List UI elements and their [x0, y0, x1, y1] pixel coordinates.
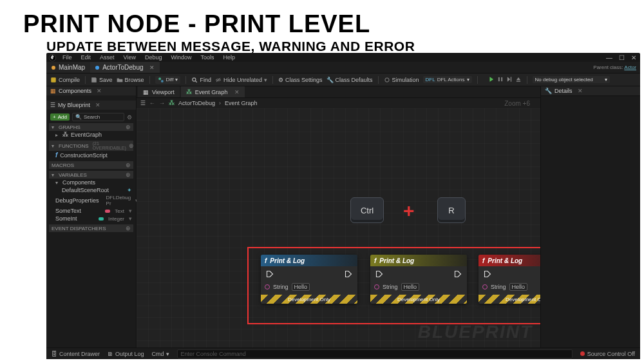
pause-button[interactable]	[497, 76, 504, 84]
cmd-prefix[interactable]: Cmd ▾	[152, 351, 169, 357]
exec-out-pin[interactable]	[345, 270, 352, 279]
menu-window[interactable]: Window	[168, 54, 194, 61]
save-button[interactable]: Save	[91, 77, 113, 83]
menu-help[interactable]: Help	[220, 54, 238, 61]
string-pin[interactable]	[265, 284, 270, 289]
nav-fwd-icon[interactable]: →	[159, 100, 165, 106]
compile-button[interactable]: Compile	[50, 77, 80, 83]
menu-debug[interactable]: Debug	[142, 54, 165, 61]
browse-button[interactable]: Browse	[117, 77, 144, 83]
add-button[interactable]: + Add	[50, 113, 70, 121]
output-log-button[interactable]: 🗎Output Log	[108, 351, 144, 357]
step-button[interactable]	[506, 76, 513, 84]
simulation-button[interactable]: Simulation	[384, 77, 419, 83]
var-group-components[interactable]: Components	[49, 179, 133, 186]
pin-value[interactable]: Hello	[292, 283, 310, 291]
var-debug-properties[interactable]: DebugPropertiesDFLDebug Pr▾	[49, 194, 133, 207]
content-drawer-button[interactable]: 🗄Content Drawer	[52, 351, 100, 357]
parent-class: Parent class: Actor	[593, 64, 640, 70]
details-panel-tab[interactable]: 🔧 Details ✕	[541, 86, 640, 96]
chevron-down-icon: ▾	[605, 77, 607, 83]
window-maximize-icon[interactable]: ☐	[619, 54, 625, 61]
var-default-scene-root[interactable]: DefaultSceneRoot✦	[49, 186, 133, 194]
pin-value[interactable]: Hello	[401, 283, 420, 291]
menu-file[interactable]: File	[60, 54, 75, 61]
ue-window: File Edit Asset View Debug Window Tools …	[46, 53, 640, 359]
graph-canvas[interactable]: Ctrl + R fPrint & Log StringHello Develo…	[137, 108, 540, 348]
string-pin[interactable]	[482, 284, 488, 289]
tab-eventgraph[interactable]: ⁂Event Graph✕	[181, 86, 245, 97]
var-some-int[interactable]: SomeIntInteger▾	[49, 215, 133, 222]
section-graphs[interactable]: GRAPHS⊕	[49, 123, 133, 131]
window-minimize-icon[interactable]: —	[606, 54, 612, 61]
doc-tab-bp-label: ActorToDebug	[102, 64, 143, 71]
print-node-warning[interactable]: fPrint & Log StringHello Development Onl…	[370, 255, 467, 304]
exec-out-pin[interactable]	[454, 270, 462, 279]
doc-tab-map[interactable]: MainMap	[46, 62, 90, 73]
class-settings-button[interactable]: ⚙Class Settings	[278, 77, 323, 83]
print-node-message[interactable]: fPrint & Log StringHello Development Onl…	[261, 255, 357, 304]
close-icon[interactable]: ✕	[578, 88, 583, 94]
menu-view[interactable]: View	[121, 54, 138, 61]
gear-icon: ⚙	[278, 77, 283, 83]
exec-in-pin[interactable]	[375, 270, 383, 279]
slide-title: PRINT NODE - PRINT LEVEL	[23, 10, 370, 38]
doc-tab-blueprint[interactable]: ActorToDebug ✕	[90, 62, 159, 73]
search-input[interactable]: 🔍Search	[72, 113, 124, 121]
exec-in-pin[interactable]	[484, 270, 491, 279]
crumb-actor[interactable]: ActorToDebug	[178, 100, 215, 106]
eject-button[interactable]	[515, 76, 522, 84]
chevron-down-icon[interactable]: ▾	[129, 208, 132, 214]
breadcrumb-menu-icon[interactable]: ☰	[140, 100, 146, 106]
source-control[interactable]: Source Control Off	[580, 351, 635, 357]
debug-object-selector[interactable]: No debug object selected▾	[533, 76, 610, 83]
variables-label: VARIABLES	[59, 172, 87, 178]
find-button[interactable]: Find	[191, 77, 211, 83]
string-pin[interactable]	[374, 284, 379, 289]
svg-rect-1	[51, 77, 56, 83]
find-label: Find	[200, 77, 211, 83]
tree-eventgraph[interactable]: ⁂EventGraph	[49, 131, 133, 139]
crumb-graph[interactable]: Event Graph	[225, 100, 258, 106]
gear-icon[interactable]: ⚙	[127, 114, 132, 121]
chevron-down-icon[interactable]: ▾	[129, 215, 132, 222]
var1-label: DefaultSceneRoot	[62, 187, 109, 193]
dfl-actions-button[interactable]: DFLDFL Actions▾	[423, 76, 472, 83]
menu-tools[interactable]: Tools	[198, 54, 216, 61]
parent-class-link[interactable]: Actor	[624, 64, 636, 70]
components-panel-tab[interactable]: ▦ Components ✕	[46, 86, 136, 95]
myblueprint-panel-tab[interactable]: ☰ My Blueprint ✕	[46, 101, 136, 110]
exec-in-pin[interactable]	[266, 270, 274, 279]
section-variables[interactable]: VARIABLES⊕	[49, 171, 133, 179]
diff-button[interactable]: Diff▾	[155, 76, 181, 84]
menu-edit[interactable]: Edit	[79, 54, 94, 61]
play-button[interactable]	[488, 76, 495, 84]
section-functions[interactable]: FUNCTIONS (21 OVERRIDABLE)⊕	[49, 141, 133, 151]
print-node-error[interactable]: fPrint & Log StringHello Development Onl…	[478, 255, 540, 304]
tree-constructscript[interactable]: fConstructionScript	[49, 151, 133, 159]
status-bar: 🗄Content Drawer 🗎Output Log Cmd ▾ Enter …	[46, 348, 640, 359]
menu-bar: File Edit Asset View Debug Window Tools …	[46, 53, 640, 62]
close-icon[interactable]: ✕	[234, 89, 240, 95]
tab-viewport[interactable]: ▦Viewport	[138, 86, 180, 97]
add-icon[interactable]: ⊕	[129, 142, 134, 149]
parent-class-label: Parent class:	[593, 64, 623, 70]
section-macros[interactable]: MACROS⊕	[49, 161, 133, 169]
add-icon[interactable]: ⊕	[126, 162, 131, 168]
menu-asset[interactable]: Asset	[97, 54, 117, 61]
console-input[interactable]: Enter Console Command	[177, 349, 573, 358]
add-icon[interactable]: ⊕	[126, 124, 131, 130]
window-close-icon[interactable]: ✕	[631, 54, 636, 61]
nav-back-icon[interactable]: ←	[149, 100, 155, 106]
close-icon[interactable]: ✕	[149, 64, 155, 71]
close-icon[interactable]: ✕	[95, 102, 100, 108]
add-icon[interactable]: ⊕	[126, 225, 131, 231]
add-icon[interactable]: ⊕	[126, 172, 131, 178]
var-some-text[interactable]: SomeTextText▾	[49, 207, 133, 215]
hide-unrelated-label: Hide Unrelated	[223, 77, 262, 83]
class-defaults-button[interactable]: 🔧Class Defaults	[327, 77, 373, 83]
close-icon[interactable]: ✕	[97, 88, 102, 94]
hide-unrelated-button[interactable]: Hide Unrelated▾	[215, 77, 267, 83]
pin-value[interactable]: Hello	[509, 283, 528, 291]
section-dispatchers[interactable]: EVENT DISPATCHERS⊕	[49, 224, 133, 232]
